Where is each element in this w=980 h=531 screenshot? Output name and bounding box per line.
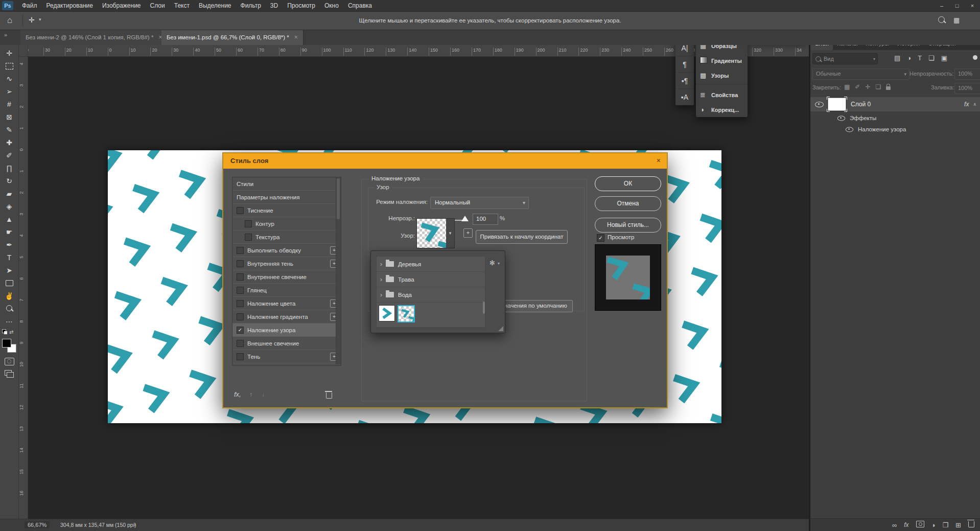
layer-row[interactable]: Слой 0 fx ∧	[810, 97, 980, 111]
eraser-tool[interactable]: ▰	[0, 188, 18, 200]
menu-item-Слои[interactable]: Слои	[146, 2, 170, 9]
lock-frame-icon[interactable]: ❏	[875, 83, 881, 91]
ok-button[interactable]: ОК	[595, 176, 661, 191]
default-colors-icon[interactable]	[2, 329, 7, 334]
dialog-title-bar[interactable]: Стиль слоя ×	[223, 153, 667, 169]
new-layer-icon[interactable]: ⊞	[955, 521, 961, 529]
spot-healing-brush-tool[interactable]: ✚	[0, 136, 18, 149]
filter-toggle-icon[interactable]	[973, 55, 977, 60]
effects-row[interactable]: Эффекты	[810, 112, 980, 124]
menu-item-3D[interactable]: 3D	[266, 2, 283, 9]
panel-item-adjustments[interactable]: ◑Коррекц...	[696, 102, 748, 117]
document-tab-2[interactable]: Без имени-1.psd @ 66,7% (Слой 0, RGB/8*)…	[161, 30, 304, 45]
reset-to-default-button[interactable]: начения по умолчанию	[502, 300, 573, 312]
styles-list-scrollbar[interactable]	[336, 177, 341, 364]
menu-item-Фильтр[interactable]: Фильтр	[236, 2, 266, 9]
layer-effects-icon[interactable]: fx	[904, 521, 908, 528]
menu-item-Изображение[interactable]: Изображение	[98, 2, 146, 9]
paint-bucket-tool[interactable]: ◈	[0, 200, 18, 213]
style-item-Стили[interactable]: Стили	[232, 177, 341, 191]
style-item-Текстура[interactable]: Текстура	[232, 230, 341, 244]
gear-icon[interactable]: ✻	[489, 259, 495, 267]
expand-chevron-icon[interactable]: ›	[377, 275, 386, 283]
effect-visibility-eye-icon[interactable]	[846, 127, 853, 132]
style-checkbox[interactable]	[237, 207, 244, 214]
pattern-overlay-effect-row[interactable]: Наложение узора	[810, 124, 980, 135]
pattern-picker-caret[interactable]: ▾	[446, 218, 455, 248]
style-checkbox[interactable]	[237, 313, 244, 320]
filter-adjustment-icon[interactable]: ◑	[907, 54, 911, 62]
lasso-tool[interactable]: ∿	[0, 73, 18, 85]
filter-image-icon[interactable]: ▤	[894, 54, 900, 62]
layer-visibility-eye-icon[interactable]	[815, 102, 824, 107]
rectangle-tool[interactable]	[0, 277, 18, 289]
layer-thumbnail[interactable]	[828, 98, 846, 111]
collapse-effects-icon[interactable]: ∧	[973, 102, 976, 107]
picker-scrollbar[interactable]	[483, 302, 485, 314]
menu-item-Просмотр[interactable]: Просмотр	[283, 2, 320, 9]
style-item-Внешнее свечение[interactable]: Внешнее свечение	[232, 337, 341, 350]
style-checkbox[interactable]: ✓	[237, 327, 244, 334]
style-item-Наложение узора[interactable]: ✓Наложение узора	[232, 324, 341, 337]
layer-name[interactable]: Слой 0	[851, 101, 871, 108]
menu-item-Текст[interactable]: Текст	[170, 2, 194, 9]
crop-tool[interactable]: #	[0, 98, 18, 110]
move-effect-up-icon[interactable]: ↑	[249, 391, 252, 398]
style-checkbox[interactable]	[237, 287, 244, 294]
style-item-Внутренняя тень[interactable]: Внутренняя тень+	[232, 257, 341, 270]
type-tool[interactable]: T	[0, 251, 18, 264]
new-style-button[interactable]: Новый стиль...	[595, 218, 661, 233]
paragraph-panel-icon[interactable]: ¶	[675, 56, 694, 73]
menu-item-Редактирование[interactable]: Редактирование	[42, 2, 98, 9]
move-effect-down-icon[interactable]: ↓	[262, 391, 265, 398]
lock-position-icon[interactable]: ✛	[865, 83, 870, 91]
pattern-preset-white[interactable]	[379, 305, 395, 321]
layer-search-input[interactable]: Вид ▾	[812, 53, 878, 64]
menu-item-Окно[interactable]: Окно	[320, 2, 343, 9]
hand-tool[interactable]: ✌	[0, 290, 18, 302]
style-checkbox[interactable]	[237, 247, 244, 254]
paragraph-styles-panel-icon[interactable]: ▪A	[675, 89, 694, 105]
maximize-icon[interactable]: □	[949, 0, 965, 11]
menu-item-Выделение[interactable]: Выделение	[194, 2, 236, 9]
screen-mode-icon[interactable]	[5, 370, 12, 376]
opacity-value-field[interactable]: 100	[473, 214, 498, 225]
frame-tool[interactable]: ⊠	[0, 111, 18, 123]
style-item-Контур[interactable]: Контур	[232, 217, 341, 230]
style-checkbox[interactable]	[237, 300, 244, 307]
layer-opacity-field[interactable]: 100%	[954, 68, 980, 80]
style-checkbox[interactable]	[245, 234, 252, 241]
style-item-Тиснение[interactable]: Тиснение	[232, 204, 341, 217]
quick-mask-icon[interactable]	[5, 358, 14, 365]
sharpen-tool[interactable]: ▲	[0, 213, 18, 225]
eyedropper-tool[interactable]: ✎	[0, 124, 18, 136]
link-layers-icon[interactable]: ∞	[892, 521, 897, 529]
style-item-Тень[interactable]: Тень+	[232, 350, 341, 363]
search-icon[interactable]	[938, 16, 945, 25]
smudge-tool[interactable]: ☛	[0, 226, 18, 238]
tab-close-icon[interactable]: ×	[294, 34, 298, 41]
panel-item-patterns[interactable]: ▩Узоры	[696, 68, 748, 83]
object-selection-tool[interactable]: ➢	[0, 85, 18, 98]
style-item-Внутреннее свечение[interactable]: Внутреннее свечение	[232, 270, 341, 284]
style-item-Выполнить обводку[interactable]: Выполнить обводку+	[232, 244, 341, 257]
cancel-button[interactable]: Отмена	[595, 196, 661, 211]
layer-mask-icon[interactable]	[916, 521, 924, 529]
pattern-folder-Трава[interactable]: ›Трава	[377, 272, 485, 287]
style-checkbox[interactable]	[237, 260, 244, 267]
filter-type-icon[interactable]: T	[918, 54, 922, 62]
expand-chevron-icon[interactable]: ›	[377, 291, 386, 298]
style-checkbox[interactable]	[237, 340, 244, 347]
style-checkbox[interactable]	[245, 220, 252, 227]
swap-colors-icon[interactable]: ⇄	[9, 329, 13, 335]
panel-item-properties[interactable]: ≣Свойства	[696, 87, 748, 102]
effects-visibility-eye-icon[interactable]	[837, 116, 845, 121]
pattern-folder-Деревья[interactable]: ›Деревья	[377, 257, 485, 272]
blend-mode-select[interactable]: Нормальный ▾	[430, 197, 529, 209]
filter-shape-icon[interactable]: ❏	[928, 54, 935, 62]
opacity-slider-thumb[interactable]	[461, 216, 469, 221]
history-brush-tool[interactable]: ↻	[0, 175, 18, 187]
workspace-switcher-icon[interactable]: ▦	[953, 16, 960, 24]
style-item-Наложение градиента[interactable]: Наложение градиента+	[232, 310, 341, 324]
layer-blend-mode-select[interactable]: Обычные ▾	[812, 68, 909, 80]
